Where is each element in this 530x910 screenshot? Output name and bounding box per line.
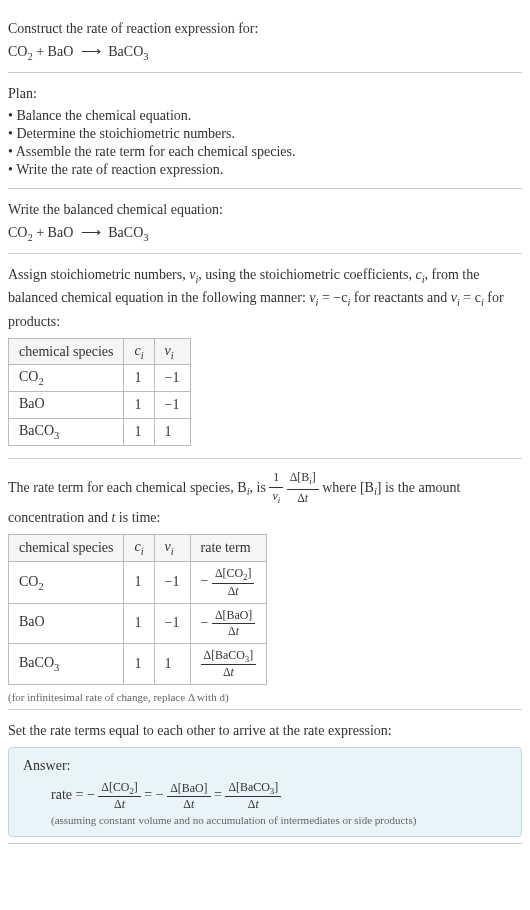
cell-species: CO2 bbox=[9, 562, 124, 603]
fraction-one-over-nu: 1 νi bbox=[269, 469, 283, 508]
plan-item: • Write the rate of reaction expression. bbox=[8, 162, 522, 178]
rate-fraction: Δ[BaCO3] Δt bbox=[201, 648, 257, 680]
fraction-dbi-dt: Δ[Bi] Δt bbox=[287, 469, 319, 508]
rate-term-section: The rate term for each chemical species,… bbox=[8, 459, 522, 710]
cell-nu: −1 bbox=[154, 603, 190, 643]
plan-section: Plan: • Balance the chemical equation. •… bbox=[8, 73, 522, 189]
rate-term-table: chemical species ci νi rate term CO2 1 −… bbox=[8, 534, 267, 685]
reaction-arrow-icon: ⟶ bbox=[81, 224, 101, 241]
col-species: chemical species bbox=[9, 535, 124, 562]
rate-note: (for infinitesimal rate of change, repla… bbox=[8, 691, 522, 703]
cell-c: 1 bbox=[124, 365, 154, 392]
reactant-co2: CO2 bbox=[8, 225, 33, 240]
cell-c: 1 bbox=[124, 419, 154, 446]
cell-species: BaCO3 bbox=[9, 419, 124, 446]
reactant-co2: CO2 bbox=[8, 44, 33, 59]
cell-nu: 1 bbox=[154, 419, 190, 446]
cell-species: BaCO3 bbox=[9, 643, 124, 684]
table-row: BaCO3 1 1 Δ[BaCO3] Δt bbox=[9, 643, 267, 684]
col-species: chemical species bbox=[9, 338, 124, 365]
cell-nu: −1 bbox=[154, 562, 190, 603]
final-title: Set the rate terms equal to each other t… bbox=[8, 720, 522, 741]
plan-item: • Assemble the rate term for each chemic… bbox=[8, 144, 522, 160]
table-row: BaO 1 −1 bbox=[9, 392, 191, 419]
answer-note: (assuming constant volume and no accumul… bbox=[51, 814, 507, 826]
stoich-table: chemical species ci νi CO2 1 −1 BaO 1 −1… bbox=[8, 338, 191, 446]
cell-rate: − Δ[BaO] Δt bbox=[190, 603, 267, 643]
cell-nu: 1 bbox=[154, 643, 190, 684]
cell-species: BaO bbox=[9, 392, 124, 419]
product-baco3: BaCO3 bbox=[108, 44, 148, 59]
rate-fraction: Δ[BaO] Δt bbox=[167, 781, 210, 812]
cell-c: 1 bbox=[124, 643, 154, 684]
cell-nu: −1 bbox=[154, 392, 190, 419]
rate-expression: rate = − Δ[CO2] Δt = − Δ[BaO] Δt = Δ[BaC… bbox=[51, 780, 507, 812]
col-ci: ci bbox=[124, 338, 154, 365]
table-header-row: chemical species ci νi bbox=[9, 338, 191, 365]
col-nui: νi bbox=[154, 338, 190, 365]
plan-title: Plan: bbox=[8, 83, 522, 104]
intro-equation: CO2 + BaO ⟶ BaCO3 bbox=[8, 43, 522, 62]
reaction-arrow-icon: ⟶ bbox=[81, 43, 101, 60]
table-row: BaO 1 −1 − Δ[BaO] Δt bbox=[9, 603, 267, 643]
product-baco3: BaCO3 bbox=[108, 225, 148, 240]
plus-sign: + bbox=[33, 44, 48, 59]
cell-c: 1 bbox=[124, 603, 154, 643]
cell-species: CO2 bbox=[9, 365, 124, 392]
stoich-section: Assign stoichiometric numbers, νi, using… bbox=[8, 254, 522, 459]
cell-nu: −1 bbox=[154, 365, 190, 392]
cell-c: 1 bbox=[124, 392, 154, 419]
cell-c: 1 bbox=[124, 562, 154, 603]
cell-rate: − Δ[CO2] Δt bbox=[190, 562, 267, 603]
plan-list: • Balance the chemical equation. • Deter… bbox=[8, 108, 522, 178]
rate-fraction: Δ[BaCO3] Δt bbox=[225, 780, 281, 812]
plan-item: • Determine the stoichiometric numbers. bbox=[8, 126, 522, 142]
table-row: CO2 1 −1 − Δ[CO2] Δt bbox=[9, 562, 267, 603]
rate-fraction: Δ[CO2] Δt bbox=[212, 566, 255, 598]
cell-species: BaO bbox=[9, 603, 124, 643]
rate-term-text: The rate term for each chemical species,… bbox=[8, 469, 522, 529]
table-row: CO2 1 −1 bbox=[9, 365, 191, 392]
table-header-row: chemical species ci νi rate term bbox=[9, 535, 267, 562]
intro-section: Construct the rate of reaction expressio… bbox=[8, 8, 522, 73]
rate-fraction: Δ[CO2] Δt bbox=[98, 780, 141, 812]
answer-label: Answer: bbox=[23, 758, 507, 774]
table-row: BaCO3 1 1 bbox=[9, 419, 191, 446]
balanced-equation: CO2 + BaO ⟶ BaCO3 bbox=[8, 224, 522, 243]
intro-prompt: Construct the rate of reaction expressio… bbox=[8, 18, 522, 39]
cell-rate: Δ[BaCO3] Δt bbox=[190, 643, 267, 684]
balanced-title: Write the balanced chemical equation: bbox=[8, 199, 522, 220]
final-section: Set the rate terms equal to each other t… bbox=[8, 710, 522, 844]
plus-sign: + bbox=[33, 225, 48, 240]
plan-item: • Balance the chemical equation. bbox=[8, 108, 522, 124]
col-ci: ci bbox=[124, 535, 154, 562]
reactant-bao: BaO bbox=[48, 225, 74, 240]
answer-box: Answer: rate = − Δ[CO2] Δt = − Δ[BaO] Δt… bbox=[8, 747, 522, 837]
balanced-section: Write the balanced chemical equation: CO… bbox=[8, 189, 522, 254]
col-nui: νi bbox=[154, 535, 190, 562]
rate-fraction: Δ[BaO] Δt bbox=[212, 608, 255, 639]
stoich-text: Assign stoichiometric numbers, νi, using… bbox=[8, 264, 522, 332]
col-rate-term: rate term bbox=[190, 535, 267, 562]
reactant-bao: BaO bbox=[48, 44, 74, 59]
